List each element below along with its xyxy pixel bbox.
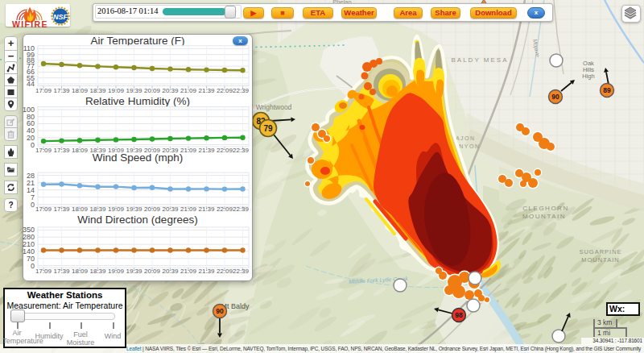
svg-text:18:09: 18:09 <box>72 206 89 213</box>
svg-text:MOUNTAIN: MOUNTAIN <box>522 213 566 220</box>
svg-text:22:09: 22:09 <box>217 206 233 213</box>
svg-text:20:39: 20:39 <box>162 268 179 275</box>
svg-text:CLEGHORN: CLEGHORN <box>522 205 568 212</box>
svg-text:89: 89 <box>603 86 611 94</box>
svg-text:20:39: 20:39 <box>162 206 179 213</box>
svg-text:44: 44 <box>27 80 35 88</box>
svg-text:17:09: 17:09 <box>35 206 52 213</box>
svg-text:21:39: 21:39 <box>198 87 215 94</box>
svg-text:90: 90 <box>551 93 559 101</box>
svg-text:17:39: 17:39 <box>53 206 70 213</box>
svg-text:21:09: 21:09 <box>180 87 197 94</box>
svg-text:0: 0 <box>31 262 35 270</box>
svg-text:79: 79 <box>263 124 273 133</box>
svg-text:Air Temperature (F): Air Temperature (F) <box>91 35 185 47</box>
svg-text:18:39: 18:39 <box>89 206 106 213</box>
svg-text:18:09: 18:09 <box>72 87 89 94</box>
svg-text:21:39: 21:39 <box>198 206 215 213</box>
svg-text:20:09: 20:09 <box>144 87 161 94</box>
svg-text:22:39: 22:39 <box>233 268 250 275</box>
svg-text:SUGARPINE: SUGARPINE <box>579 248 621 255</box>
svg-text:WIFIRE: WIFIRE <box>12 19 47 27</box>
svg-text:22:09: 22:09 <box>217 147 233 154</box>
svg-text:MOUNTAIN: MOUNTAIN <box>581 256 619 264</box>
svg-text:18:09: 18:09 <box>72 147 89 154</box>
svg-text:NSF: NSF <box>53 13 68 21</box>
svg-text:18:39: 18:39 <box>89 87 106 94</box>
svg-text:18:39: 18:39 <box>89 268 106 275</box>
svg-text:19:09: 19:09 <box>108 87 125 94</box>
svg-text:Relative Humidity (%): Relative Humidity (%) <box>85 95 190 107</box>
svg-text:22:09: 22:09 <box>217 87 233 94</box>
svg-text:Wind Speed (mph): Wind Speed (mph) <box>93 152 184 164</box>
svg-text:20:09: 20:09 <box>144 206 161 213</box>
svg-text:21:09: 21:09 <box>180 268 197 275</box>
svg-text:19:39: 19:39 <box>126 87 142 94</box>
svg-text:Wind Direction (degrees): Wind Direction (degrees) <box>77 214 197 226</box>
svg-text:22:39: 22:39 <box>233 87 250 94</box>
svg-text:19:39: 19:39 <box>126 268 142 275</box>
svg-text:Wrightwood: Wrightwood <box>256 103 292 111</box>
svg-text:19:09: 19:09 <box>108 206 125 213</box>
svg-text:High: High <box>582 73 594 80</box>
svg-text:17:39: 17:39 <box>53 147 70 154</box>
svg-text:20:39: 20:39 <box>162 87 179 94</box>
svg-text:0: 0 <box>31 141 35 149</box>
svg-text:19:39: 19:39 <box>126 206 142 213</box>
svg-text:21:09: 21:09 <box>180 206 197 213</box>
svg-text:22:39: 22:39 <box>233 147 250 154</box>
svg-text:21:39: 21:39 <box>198 147 215 154</box>
svg-text:17:09: 17:09 <box>35 87 52 94</box>
svg-text:17:39: 17:39 <box>53 87 70 94</box>
svg-text:21:39: 21:39 <box>198 268 215 275</box>
svg-text:20:09: 20:09 <box>144 268 161 275</box>
svg-text:17:09: 17:09 <box>35 268 52 275</box>
svg-text:22:09: 22:09 <box>217 268 233 275</box>
svg-text:98: 98 <box>455 311 463 319</box>
svg-text:17:09: 17:09 <box>35 147 52 154</box>
svg-text:90: 90 <box>216 307 224 315</box>
svg-text:0: 0 <box>31 201 35 209</box>
svg-text:BALDY MESA: BALDY MESA <box>452 56 509 64</box>
svg-text:22:39: 22:39 <box>233 206 250 213</box>
svg-text:18:09: 18:09 <box>72 268 89 275</box>
svg-text:17:39: 17:39 <box>53 268 70 275</box>
svg-text:19:09: 19:09 <box>108 268 125 275</box>
